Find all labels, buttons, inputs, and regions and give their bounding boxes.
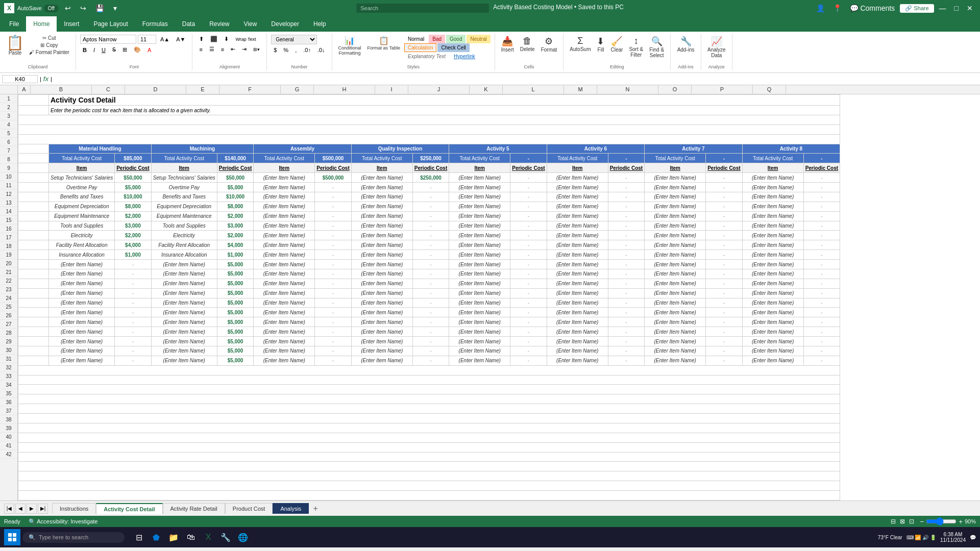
cost-i18[interactable]: - [412, 260, 449, 269]
cost-k18[interactable]: - [510, 260, 547, 269]
addins-button[interactable]: 🔧 Add-ins [675, 35, 697, 54]
cell-a7[interactable] [18, 154, 49, 163]
col-h[interactable]: H [314, 85, 375, 94]
cost-o10[interactable]: - [706, 183, 742, 192]
tab-nav-last[interactable]: ▶| [38, 504, 48, 514]
item-p13[interactable]: (Enter Item Name) [742, 211, 803, 221]
item-p22[interactable]: (Enter Item Name) [742, 298, 803, 308]
font-color-button[interactable]: A [145, 46, 154, 54]
cost-k9[interactable]: - [510, 173, 547, 183]
cell-a10[interactable] [18, 183, 49, 192]
clock[interactable]: 6:38 AM 11/11/2024 [940, 532, 966, 543]
item-j23[interactable]: (Enter Item Name) [449, 308, 510, 317]
cost-m17[interactable]: - [608, 250, 644, 260]
item-p21[interactable]: (Enter Item Name) [742, 288, 803, 298]
item-l24[interactable]: (Enter Item Name) [547, 317, 608, 327]
cell-a22[interactable] [18, 298, 49, 308]
cost-o20[interactable]: - [706, 279, 742, 288]
item-j11[interactable]: (Enter Item Name) [449, 192, 510, 202]
item-l11[interactable]: (Enter Item Name) [547, 192, 608, 202]
cost-c20[interactable]: - [115, 279, 151, 288]
cost-q23[interactable]: - [803, 308, 840, 317]
cell-a6[interactable] [18, 144, 49, 154]
activity-7-header[interactable]: Activity 7 [645, 144, 742, 154]
align-right-button[interactable]: ≡ [218, 45, 227, 54]
item-b10[interactable]: Overtime Pay [49, 183, 115, 192]
cost-i21[interactable]: - [412, 288, 449, 298]
cost-g16[interactable]: - [315, 240, 351, 250]
item-b15[interactable]: Electricity [49, 231, 115, 240]
fill-color-button[interactable]: 🎨 [131, 45, 143, 54]
activity-4-header[interactable]: Quality Inspection [351, 144, 449, 154]
item-d10[interactable]: Overtime Pay [151, 183, 217, 192]
taskbar-edge-button[interactable]: ⬟ [148, 529, 164, 545]
item-l12[interactable]: (Enter Item Name) [547, 202, 608, 211]
cost-g9[interactable]: $500,000 [315, 173, 351, 183]
merge-center-button[interactable]: ⊞▾ [251, 46, 262, 53]
item-f12[interactable]: (Enter Item Name) [254, 202, 315, 211]
sub-hdr-q8[interactable]: Periodic Cost [803, 163, 840, 173]
cost-m21[interactable]: - [608, 288, 644, 298]
cost-c9[interactable]: $50,000 [115, 173, 151, 183]
item-l17[interactable]: (Enter Item Name) [547, 250, 608, 260]
cost-i26[interactable]: - [412, 337, 449, 346]
sheet-tab-product-cost[interactable]: Product Cost [225, 503, 273, 514]
item-h17[interactable]: (Enter Item Name) [351, 250, 412, 260]
cost-q19[interactable]: - [803, 269, 840, 279]
font-size-input[interactable] [138, 35, 156, 44]
col-j[interactable]: J [408, 85, 470, 94]
col-e[interactable]: E [186, 85, 219, 94]
item-n23[interactable]: (Enter Item Name) [645, 308, 706, 317]
total-val-8[interactable]: - [803, 154, 840, 163]
cost-c23[interactable]: - [115, 308, 151, 317]
col-g[interactable]: G [281, 85, 314, 94]
save-button[interactable]: 💾 [92, 3, 107, 13]
decrease-font-button[interactable]: A▼ [174, 35, 188, 43]
cell-a17[interactable] [18, 250, 49, 260]
cost-g14[interactable]: - [315, 221, 351, 231]
item-h25[interactable]: (Enter Item Name) [351, 327, 412, 337]
sub-hdr-c8[interactable]: Periodic Cost [115, 163, 151, 173]
total-val-2[interactable]: $140,000 [217, 154, 253, 163]
activity-3-header[interactable]: Assembly [254, 144, 351, 154]
taskbar-store-button[interactable]: 🛍 [183, 529, 199, 545]
increase-decimal-button[interactable]: .0↑ [301, 46, 313, 54]
minimize-button[interactable]: — [936, 3, 949, 13]
notification-button[interactable]: 💬 [970, 535, 976, 540]
total-label-4[interactable]: Total Activity Cost [351, 154, 412, 163]
copy-button[interactable]: ⊞ Copy [27, 42, 71, 48]
zoom-out-button[interactable]: − [920, 518, 924, 525]
item-j19[interactable]: (Enter Item Name) [449, 269, 510, 279]
cell-a1[interactable] [18, 95, 49, 106]
item-l22[interactable]: (Enter Item Name) [547, 298, 608, 308]
item-l15[interactable]: (Enter Item Name) [547, 231, 608, 240]
cost-g22[interactable]: - [315, 298, 351, 308]
cost-g27[interactable]: - [315, 346, 351, 356]
item-l14[interactable]: (Enter Item Name) [547, 221, 608, 231]
item-l21[interactable]: (Enter Item Name) [547, 288, 608, 298]
formula-input[interactable] [54, 76, 978, 83]
item-n9[interactable]: (Enter Item Name) [645, 173, 706, 183]
cost-o19[interactable]: - [706, 269, 742, 279]
cost-m13[interactable]: - [608, 211, 644, 221]
redo-button[interactable]: ↪ [77, 3, 89, 13]
cell-subtitle[interactable]: Enter the periodic cost for each item th… [49, 106, 840, 115]
col-l[interactable]: L [503, 85, 564, 94]
item-d14[interactable]: Tools and Supplies [151, 221, 217, 231]
cell-a25[interactable] [18, 327, 49, 337]
item-l23[interactable]: (Enter Item Name) [547, 308, 608, 317]
cost-i25[interactable]: - [412, 327, 449, 337]
add-sheet-button[interactable]: + [309, 504, 322, 513]
format-table-button[interactable]: 📋 Format as Table [365, 35, 402, 52]
item-j12[interactable]: (Enter Item Name) [449, 202, 510, 211]
cell-a21[interactable] [18, 288, 49, 298]
align-left-button[interactable]: ≡ [197, 45, 205, 54]
number-format-select[interactable]: General [271, 35, 317, 44]
sub-hdr-i8[interactable]: Periodic Cost [412, 163, 449, 173]
cost-k20[interactable]: - [510, 279, 547, 288]
cost-k22[interactable]: - [510, 298, 547, 308]
autosave-toggle[interactable]: Off [44, 5, 59, 12]
cost-k17[interactable]: - [510, 250, 547, 260]
item-h13[interactable]: (Enter Item Name) [351, 211, 412, 221]
insert-function-button[interactable]: fx [43, 75, 48, 83]
